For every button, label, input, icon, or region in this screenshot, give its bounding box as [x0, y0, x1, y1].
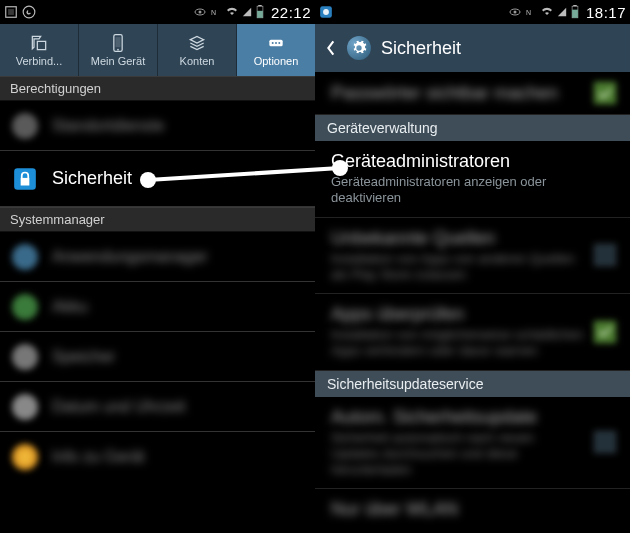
battery-icon: [571, 5, 579, 19]
svg-rect-7: [258, 5, 262, 6]
svg-text:N: N: [526, 9, 531, 16]
list-item[interactable]: Info zu Gerät: [0, 432, 315, 482]
status-right-icons: N 18:17: [509, 4, 626, 21]
accounts-icon: [187, 33, 207, 53]
wifi-icon: [541, 6, 553, 18]
list-item[interactable]: Unbekannte Quellen Installation von Apps…: [315, 218, 630, 295]
device-admins-subtitle: Geräteadministratoren anzeigen oder deak…: [331, 174, 616, 207]
more-icon: [266, 33, 286, 53]
blurred-sub: Sicherheit automatisch nach neuen Update…: [331, 430, 584, 479]
svg-text:N: N: [211, 9, 216, 16]
tab-my-device[interactable]: Mein Gerät: [79, 24, 158, 76]
status-bar: N 18:17: [315, 0, 630, 24]
tab-label: Mein Gerät: [91, 55, 145, 67]
device-admins-title: Geräteadministratoren: [331, 151, 616, 172]
tab-label: Verbind...: [16, 55, 62, 67]
svg-point-4: [198, 11, 201, 14]
blurred-title: Passwörter sichtbar machen: [331, 83, 584, 104]
blurred-label: Standortdienste: [52, 117, 164, 135]
blurred-sub: Installation von möglicherweise schädlic…: [331, 327, 584, 360]
svg-point-21: [513, 11, 516, 14]
list-item[interactable]: Nur über WLAN: [315, 489, 630, 530]
eye-icon: [509, 6, 521, 18]
svg-point-2: [23, 6, 35, 18]
blurred-title: Apps überprüfen: [331, 304, 584, 325]
back-button[interactable]: [323, 38, 337, 58]
settings-list: Berechtigungen Standortdienste Sicherhei…: [0, 76, 315, 482]
list-item[interactable]: Datum und Uhrzeit: [0, 382, 315, 432]
section-sysmanager: Systemmanager: [0, 207, 315, 232]
tab-connections[interactable]: Verbind...: [0, 24, 79, 76]
lock-icon: [12, 166, 38, 192]
checkbox-icon: [594, 431, 616, 453]
action-bar: Sicherheit: [315, 24, 630, 72]
actionbar-title: Sicherheit: [381, 38, 461, 59]
list-item[interactable]: Speicher: [0, 332, 315, 382]
checkbox-icon: [594, 82, 616, 104]
section-permissions: Berechtigungen: [0, 76, 315, 101]
list-item-device-admins[interactable]: Geräteadministratoren Geräteadministrato…: [315, 141, 630, 218]
phone-right: N 18:17 Sicherheit Passwörter sichtbar m…: [315, 0, 630, 533]
tab-accounts[interactable]: Konten: [158, 24, 237, 76]
status-left-icons: [4, 5, 36, 19]
blurred-label: Datum und Uhrzeit: [52, 398, 185, 416]
gear-icon: [347, 36, 371, 60]
battery-icon: [256, 5, 264, 19]
svg-point-13: [272, 42, 274, 44]
list-item[interactable]: Akku: [0, 282, 315, 332]
svg-rect-10: [116, 37, 121, 47]
list-item[interactable]: Anwendungsmanager: [0, 232, 315, 282]
whatsapp-icon: [22, 5, 36, 19]
blurred-sub: Installation von Apps von anderen Quelle…: [331, 251, 584, 284]
device-icon: [108, 33, 128, 53]
svg-rect-24: [573, 5, 577, 6]
blurred-label: Akku: [52, 298, 88, 316]
security-label: Sicherheit: [52, 168, 132, 189]
list-item-security[interactable]: Sicherheit: [0, 151, 315, 207]
checkbox-icon: [594, 321, 616, 343]
svg-rect-17: [21, 177, 30, 185]
list-item[interactable]: Apps überprüfen Installation von möglich…: [315, 294, 630, 371]
chevron-left-icon: [323, 38, 337, 58]
status-left-icons: [319, 5, 333, 19]
list-item[interactable]: Autom. Sicherheitsupdate Sicherheit auto…: [315, 397, 630, 490]
svg-point-15: [278, 42, 280, 44]
blurred-title: Unbekannte Quellen: [331, 228, 584, 249]
security-list: Passwörter sichtbar machen Geräteverwalt…: [315, 72, 630, 530]
blurred-title: Autom. Sicherheitsupdate: [331, 407, 584, 428]
eye-icon: [194, 6, 206, 18]
tab-label: Konten: [180, 55, 215, 67]
app-icon: [319, 5, 333, 19]
signal-icon: [242, 6, 252, 18]
blurred-label: Anwendungsmanager: [52, 248, 208, 266]
tab-label: Optionen: [254, 55, 299, 67]
status-clock: 18:17: [586, 4, 626, 21]
list-item[interactable]: Passwörter sichtbar machen: [315, 72, 630, 115]
svg-point-11: [117, 49, 119, 51]
list-item[interactable]: Standortdienste: [0, 101, 315, 151]
nfc-icon: N: [210, 6, 222, 18]
blurred-label: Speicher: [52, 348, 115, 366]
status-clock: 22:12: [271, 4, 311, 21]
svg-rect-8: [257, 11, 263, 18]
settings-tabs: Verbind... Mein Gerät Konten Optionen: [0, 24, 315, 76]
signal-icon: [557, 6, 567, 18]
section-device-admin: Geräteverwaltung: [315, 115, 630, 141]
connections-icon: [29, 33, 49, 53]
svg-point-14: [275, 42, 277, 44]
status-icon: [4, 5, 18, 19]
blurred-label: Info zu Gerät: [52, 448, 145, 466]
status-right-icons: N 22:12: [194, 4, 311, 21]
status-bar: N 22:12: [0, 0, 315, 24]
checkbox-icon: [594, 244, 616, 266]
svg-rect-1: [8, 9, 14, 15]
svg-point-19: [323, 9, 329, 15]
svg-rect-25: [572, 10, 578, 18]
section-update-service: Sicherheitsupdateservice: [315, 371, 630, 397]
phone-left: N 22:12 Verbind... Mein Gerät Konten Opt…: [0, 0, 315, 533]
tab-options[interactable]: Optionen: [237, 24, 315, 76]
nfc-icon: N: [525, 6, 537, 18]
blurred-title: Nur über WLAN: [331, 499, 616, 520]
wifi-icon: [226, 6, 238, 18]
